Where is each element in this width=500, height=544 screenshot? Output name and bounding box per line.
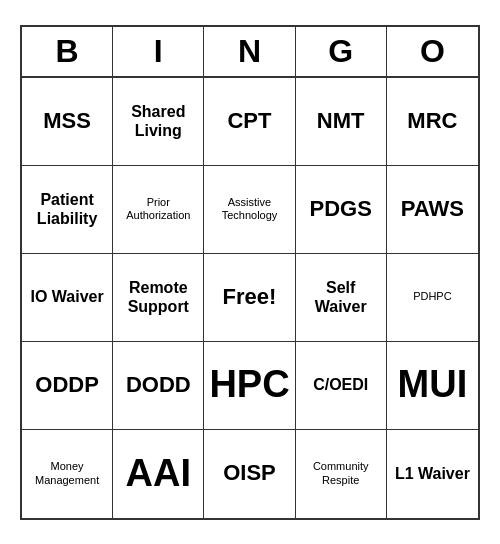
bingo-cell-21: AAI (113, 430, 204, 518)
bingo-cell-4: MRC (387, 78, 478, 166)
bingo-cell-22: OISP (204, 430, 295, 518)
header-letter-i: I (113, 27, 204, 76)
bingo-cell-24: L1 Waiver (387, 430, 478, 518)
header-letter-n: N (204, 27, 295, 76)
bingo-cell-11: Remote Support (113, 254, 204, 342)
bingo-cell-18: C/OEDI (296, 342, 387, 430)
bingo-cell-10: IO Waiver (22, 254, 113, 342)
bingo-cell-13: Self Waiver (296, 254, 387, 342)
bingo-cell-0: MSS (22, 78, 113, 166)
bingo-cell-8: PDGS (296, 166, 387, 254)
bingo-cell-3: NMT (296, 78, 387, 166)
bingo-cell-2: CPT (204, 78, 295, 166)
header-letter-g: G (296, 27, 387, 76)
bingo-cell-5: Patient Liability (22, 166, 113, 254)
bingo-cell-6: Prior Authorization (113, 166, 204, 254)
bingo-cell-23: Community Respite (296, 430, 387, 518)
bingo-cell-7: Assistive Technology (204, 166, 295, 254)
bingo-cell-15: ODDP (22, 342, 113, 430)
bingo-cell-14: PDHPC (387, 254, 478, 342)
bingo-header: BINGO (22, 27, 478, 78)
bingo-cell-19: MUI (387, 342, 478, 430)
bingo-cell-9: PAWS (387, 166, 478, 254)
bingo-cell-16: DODD (113, 342, 204, 430)
bingo-card: BINGO MSSShared LivingCPTNMTMRCPatient L… (20, 25, 480, 520)
bingo-grid: MSSShared LivingCPTNMTMRCPatient Liabili… (22, 78, 478, 518)
bingo-cell-1: Shared Living (113, 78, 204, 166)
bingo-cell-12: Free! (204, 254, 295, 342)
header-letter-b: B (22, 27, 113, 76)
bingo-cell-20: Money Management (22, 430, 113, 518)
header-letter-o: O (387, 27, 478, 76)
bingo-cell-17: HPC (204, 342, 295, 430)
